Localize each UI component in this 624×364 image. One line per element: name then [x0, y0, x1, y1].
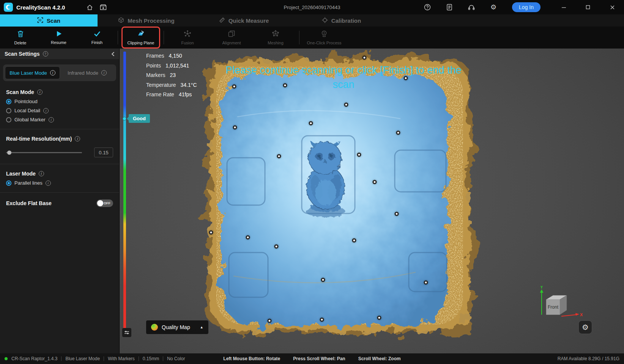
meshing-icon [272, 30, 279, 39]
clipping-plane-icon [136, 30, 145, 39]
scan-pointcloud [207, 57, 473, 334]
scan-marker [283, 83, 287, 88]
help-circle-icon[interactable]: ? [43, 51, 48, 56]
quality-handle[interactable] [123, 117, 126, 121]
radio-dot [6, 99, 11, 104]
radio-dot [6, 108, 11, 113]
minimize-icon[interactable] [559, 2, 569, 12]
resolution-value[interactable]: 0.15 [94, 147, 113, 157]
support-headset-icon[interactable] [466, 2, 476, 12]
play-icon [55, 30, 62, 39]
axis-x-label: X [580, 312, 583, 317]
tab-scan[interactable]: Scan [0, 14, 98, 27]
info-icon[interactable]: i [75, 136, 80, 141]
scan-marker [267, 318, 271, 323]
mesh-icon [118, 17, 124, 24]
info-icon[interactable]: i [43, 108, 49, 113]
scan-marker [344, 102, 348, 107]
login-button[interactable]: Log In [512, 2, 540, 12]
scan-icon [37, 17, 43, 24]
stat-label: Frame Rate [146, 90, 174, 100]
tab-mesh-label: Mesh Processing [128, 17, 174, 24]
tab-mesh-processing[interactable]: Mesh Processing [98, 14, 195, 27]
laser-mode-switch: Blue Laser Mode i Infrared Mode i [3, 64, 116, 81]
resolution-slider[interactable] [6, 152, 82, 153]
tool-clipping-plane[interactable]: Clipping Plane [123, 27, 159, 48]
caret-up-icon: ▲ [200, 325, 203, 329]
settings-gear-icon[interactable]: ⚙ [488, 2, 498, 12]
ram-indicator: RAM Available 8.29G / 15.91G [558, 356, 619, 361]
tab-calibration-label: Calibration [331, 17, 361, 24]
one-click-icon [320, 30, 328, 39]
info-icon[interactable]: i [49, 117, 54, 122]
import-project-icon[interactable] [98, 2, 108, 12]
alignment-icon [228, 30, 235, 39]
scan-marker [233, 126, 237, 130]
blue-laser-mode-chip[interactable]: Blue Laser Mode i [5, 66, 60, 79]
slider-knob[interactable] [7, 151, 11, 155]
tab-calibration[interactable]: Calibration [293, 14, 390, 27]
help-icon[interactable] [422, 2, 432, 12]
tool-meshing: Meshing [254, 27, 298, 48]
main-tabbar: Scan Mesh Processing Quick Measure Calib… [0, 14, 624, 27]
scan-marker [232, 84, 236, 88]
radio-parallel-lines[interactable]: Parallel lines i [6, 180, 113, 186]
creality-logo-icon [4, 3, 13, 12]
radio-pointcloud[interactable]: Pointcloud [6, 99, 113, 104]
section-divider [0, 192, 119, 193]
device-name: CR-Scan Raptor_1.4.3 [11, 356, 57, 361]
collapse-chevron-icon[interactable] [111, 52, 115, 56]
scan-marker [321, 278, 325, 282]
close-icon[interactable] [607, 2, 617, 12]
tool-resume[interactable]: Resume [39, 27, 78, 48]
stat-label: Points [146, 61, 161, 71]
hint-zoom: Scroll Wheel: Zoom [358, 356, 401, 361]
laser-mode-title: Laser Mode i [6, 171, 113, 177]
device-connected-dot [5, 357, 8, 360]
hint-rotate: Left Mouse Button: Rotate [223, 356, 280, 361]
scan-toolbar: Delete Resume Finish Clipping Plane [0, 27, 624, 49]
tool-finish[interactable]: Finish [78, 27, 116, 48]
home-icon[interactable] [85, 2, 95, 12]
scan-marker [352, 238, 356, 242]
orientation-gizmo[interactable]: Y Front X [533, 286, 583, 322]
info-icon[interactable]: i [101, 70, 107, 75]
radio-dot [6, 180, 11, 186]
radio-local-detail[interactable]: Local Detail i [6, 108, 113, 113]
scan-settings-header: Scan Settings ? [0, 49, 119, 59]
display-adjust-button[interactable] [122, 328, 131, 337]
tab-quick-measure[interactable]: Quick Measure [195, 14, 293, 27]
info-icon[interactable]: i [46, 180, 51, 186]
exclude-flat-base-toggle[interactable]: OFF [96, 199, 113, 207]
app-title: CrealityScan 4.2.0 [16, 4, 65, 11]
scan-marker [246, 235, 250, 239]
resolution-title: Real-time Resolution(mm) i [6, 136, 113, 142]
app-window: CrealityScan 4.2.0 Project_2026040917044… [0, 0, 624, 364]
quality-map-dropdown[interactable]: Quality Map ▲ [146, 320, 208, 334]
statusbar: CR-Scan Raptor_1.4.3 Blue Laser Mode Wit… [0, 353, 624, 364]
scan-marker [377, 315, 381, 320]
toolbar-divider [118, 31, 118, 44]
info-icon[interactable]: i [39, 171, 44, 176]
info-icon[interactable]: i [37, 89, 43, 95]
status-mode: Blue Laser Mode [65, 356, 100, 361]
tool-alignment: Alignment [210, 27, 254, 48]
radio-global-marker[interactable]: Global Marker i [6, 117, 113, 122]
status-resolution: 0.15mm [143, 356, 159, 361]
tool-fusion: Fusion [165, 27, 210, 48]
feedback-icon[interactable] [444, 2, 454, 12]
viewport-settings-button[interactable]: ⚙ [578, 320, 592, 334]
quality-colorbar [123, 52, 126, 334]
maximize-icon[interactable] [583, 2, 593, 12]
titlebar: CrealityScan 4.2.0 Project_2026040917044… [0, 0, 624, 14]
scan-marker [320, 317, 324, 322]
stat-value: 41fps [179, 90, 192, 100]
scan-stats: Frames4,150 Points1,012,541 Markers23 Te… [146, 51, 197, 100]
scan-marker [309, 121, 313, 125]
viewport-3d[interactable]: Good Frames4,150 Points1,012,541 Markers… [120, 49, 624, 353]
tool-delete[interactable]: Delete [1, 27, 39, 48]
gear-icon: ⚙ [582, 323, 589, 331]
info-icon[interactable]: i [50, 70, 55, 75]
scan-marker [277, 154, 281, 158]
infrared-mode-chip[interactable]: Infrared Mode i [60, 66, 114, 79]
